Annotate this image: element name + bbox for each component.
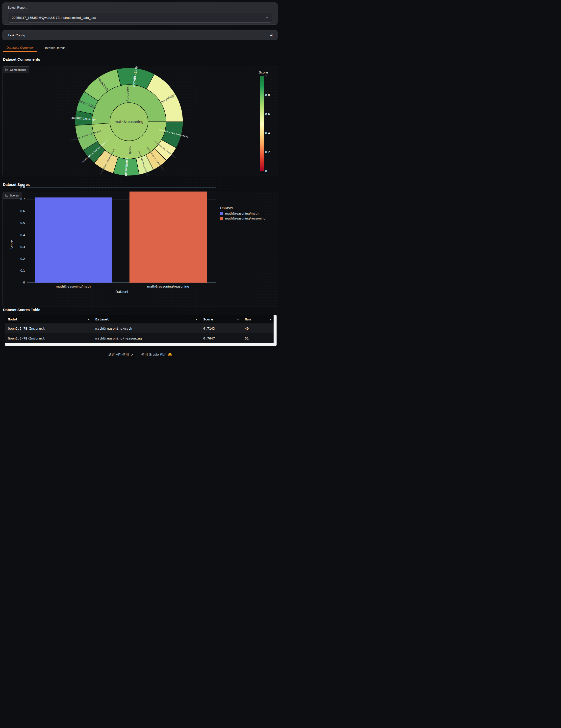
cell-text: Qwen2.5-7B-Instruct xyxy=(8,327,45,330)
y-axis-title: Score xyxy=(10,240,14,249)
bar-math&reasoning/math[interactable] xyxy=(35,197,112,283)
report-dropdown-value: 20250117_155350@Qwen2.5-7B-Instruct:mixe… xyxy=(12,16,266,20)
legend-label: math&reasoning/math xyxy=(225,212,258,215)
legend-item[interactable]: math&reasoning/reasoning xyxy=(220,217,265,220)
components-chart-card: Components reasoningmathceval/logicarc/A… xyxy=(2,66,278,176)
score-colorbar xyxy=(260,76,264,171)
select-report-label: Select Report xyxy=(8,6,26,9)
footer-separator: · xyxy=(136,353,139,357)
sort-arrow-icon[interactable]: ▲ xyxy=(86,318,89,320)
components-heading: Dataset Components xyxy=(3,57,40,61)
legend-swatch xyxy=(220,217,223,220)
table-horizontal-scrollbar[interactable] xyxy=(5,343,274,346)
components-chart-tab[interactable]: Components xyxy=(3,66,29,73)
y-tick-label: 0.3 xyxy=(16,245,25,249)
rocket-icon xyxy=(130,353,134,357)
cell-text: Dataset xyxy=(95,317,109,321)
table-row: Qwen2.5-7B-Instructmath&reasoning/reason… xyxy=(5,333,274,343)
table-cell[interactable]: 49 xyxy=(242,323,274,333)
y-tick-label: 0.5 xyxy=(16,221,25,225)
scores-chart-tab[interactable]: Scores xyxy=(3,192,22,199)
select-report-card: Select Report 20250117_155350@Qwen2.5-7B… xyxy=(2,2,277,25)
table-cell[interactable]: Qwen2.5-7B-Instruct xyxy=(5,323,92,333)
colorbar-tick: 0.6 xyxy=(265,113,270,116)
y-tick-label: 0.6 xyxy=(16,209,25,213)
use-via-api-label: 通过 API 使用 xyxy=(108,352,129,357)
built-with-gradio-link[interactable]: 使用 Gradio 构建 xyxy=(141,352,172,357)
colorbar-tick: 0 xyxy=(265,170,267,173)
cell-text: 51 xyxy=(245,337,249,340)
table-header-row: Model▲Dataset▲Score▲Num▲ xyxy=(5,315,274,323)
table-heading: Dataset Scores Table xyxy=(3,308,40,312)
tab-dataset-details[interactable]: Dataset Details xyxy=(40,44,69,52)
cell-text: Num xyxy=(245,317,250,321)
legend-swatch xyxy=(220,212,223,215)
table-cell[interactable]: 0.7143 xyxy=(200,323,242,333)
scores-chart-tab-label: Scores xyxy=(10,194,19,197)
report-dropdown[interactable]: 20250117_155350@Qwen2.5-7B-Instruct:mixe… xyxy=(8,13,272,23)
table-vertical-scrollbar[interactable] xyxy=(273,315,276,346)
sunburst-label-reasoning: reasoning xyxy=(126,86,130,102)
task-config-accordion[interactable]: Task Config ◀ xyxy=(2,30,277,40)
sunburst-center-label: math&reasoning xyxy=(115,120,144,124)
table-cell[interactable]: math&reasoning/math xyxy=(92,323,200,333)
table-row: Qwen2.5-7B-Instructmath&reasoning/math0.… xyxy=(5,323,274,333)
y-tick-label: 0.2 xyxy=(16,257,25,261)
colorbar-tick: 1 xyxy=(265,74,267,78)
tab-datasets-overview[interactable]: Datasets Overview xyxy=(3,44,37,52)
table-cell[interactable]: 51 xyxy=(242,333,274,343)
table-cell[interactable]: math&reasoning/reasoning xyxy=(92,333,200,343)
chart-legend: Dataset math&reasoning/mathmath&reasonin… xyxy=(220,206,265,222)
scatter-chart-icon xyxy=(5,194,8,197)
x-axis-title: Dataset xyxy=(115,290,128,294)
colorbar-title: Score xyxy=(255,71,272,74)
x-tick-label: math&reasoning/math xyxy=(56,285,91,288)
sort-arrow-icon[interactable]: ▲ xyxy=(268,318,271,320)
cell-text: Qwen2.5-7B-Instruct xyxy=(8,337,45,340)
scores-table: Model▲Dataset▲Score▲Num▲Qwen2.5-7B-Instr… xyxy=(5,315,277,346)
table-cell[interactable]: Qwen2.5-7B-Instruct xyxy=(5,333,92,343)
table-cell[interactable]: 0.7647 xyxy=(200,333,242,343)
scores-chart-card: Scores 00.10.20.30.40.50.60.70.8math&rea… xyxy=(2,192,278,307)
footer: 通过 API 使用 · 使用 Gradio 构建 xyxy=(0,352,280,357)
scatter-chart-icon xyxy=(5,68,8,71)
y-tick-label: 0 xyxy=(16,281,25,284)
tab-bar: Datasets Overview Dataset Details xyxy=(2,44,278,52)
y-tick-label: 0.8 xyxy=(16,186,25,189)
task-config-label: Task Config xyxy=(8,33,270,37)
cell-text: Score xyxy=(203,317,213,321)
y-tick-label: 0.1 xyxy=(16,269,25,272)
cell-text: 49 xyxy=(245,327,249,330)
colorbar-tick: 0.4 xyxy=(265,131,270,135)
evalscope-dashboard: { "report_selector": { "label": "Select … xyxy=(0,0,280,364)
cell-text: 0.7647 xyxy=(203,337,215,340)
column-header-Dataset[interactable]: Dataset▲ xyxy=(92,315,200,323)
accordion-collapse-icon: ◀ xyxy=(270,33,272,37)
colorbar-tick: 0.2 xyxy=(265,150,270,154)
cell-text: math&reasoning/math xyxy=(95,327,132,330)
sunburst-label-math: math xyxy=(128,146,132,154)
legend-label: math&reasoning/reasoning xyxy=(225,217,265,220)
chevron-down-icon: ▼ xyxy=(266,16,268,19)
column-header-Model[interactable]: Model▲ xyxy=(5,315,92,323)
colorbar-tick: 0.8 xyxy=(265,94,270,97)
gridline xyxy=(27,187,216,188)
sort-arrow-icon[interactable]: ▲ xyxy=(236,318,239,320)
components-chart-tab-label: Components xyxy=(10,68,26,71)
cell-text: 0.7143 xyxy=(203,327,215,330)
legend-item[interactable]: math&reasoning/math xyxy=(220,212,265,215)
column-header-Num[interactable]: Num▲ xyxy=(242,315,274,323)
legend-title: Dataset xyxy=(220,206,265,210)
bar-math&reasoning/reasoning[interactable] xyxy=(129,192,207,283)
y-tick-label: 0.4 xyxy=(16,233,25,237)
built-with-gradio-label: 使用 Gradio 构建 xyxy=(141,352,166,357)
sunburst-chart[interactable]: reasoningmathceval/logicarc/ARC-Easyrace… xyxy=(3,66,278,176)
column-header-Score[interactable]: Score▲ xyxy=(200,315,242,323)
cell-text: math&reasoning/reasoning xyxy=(95,337,142,340)
gradio-logo-icon xyxy=(168,353,172,356)
x-tick-label: math&reasoning/reasoning xyxy=(147,285,189,288)
use-via-api-link[interactable]: 通过 API 使用 xyxy=(108,352,134,357)
cell-text: Model xyxy=(8,317,18,321)
sort-arrow-icon[interactable]: ▲ xyxy=(194,318,197,320)
